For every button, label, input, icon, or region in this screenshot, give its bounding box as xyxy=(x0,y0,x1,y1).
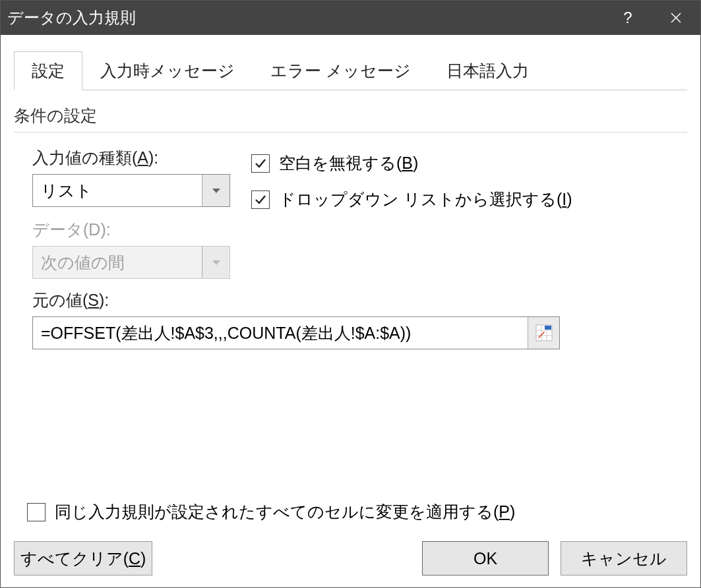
allow-dropdown-button[interactable] xyxy=(202,175,229,206)
close-icon xyxy=(670,12,682,24)
data-value: 次の値の間 xyxy=(33,247,202,278)
help-button[interactable]: ? xyxy=(605,1,651,35)
allow-value: リスト xyxy=(33,175,202,206)
ok-label: OK xyxy=(473,549,497,568)
apply-all-row[interactable]: 同じ入力規則が設定されたすべてのセルに変更を適用する(P) xyxy=(27,501,687,523)
svg-rect-7 xyxy=(545,326,551,330)
titlebar: データの入力規則 ? xyxy=(1,1,700,35)
allow-row: 入力値の種類(A): リスト データ(D): 次の値の間 xyxy=(32,147,687,279)
allow-select[interactable]: リスト xyxy=(32,174,230,207)
button-row: すべてクリア(C) OK キャンセル xyxy=(14,541,687,575)
chevron-down-icon xyxy=(212,260,220,265)
source-label: 元の値(S): xyxy=(32,289,687,311)
clear-all-button[interactable]: すべてクリア(C) xyxy=(14,541,152,575)
dialog-content: 設定 入力時メッセージ エラー メッセージ 日本語入力 条件の設定 入力値の種類… xyxy=(1,35,700,587)
ignore-blank-label: 空白を無視する(B) xyxy=(279,152,418,174)
range-picker-button[interactable] xyxy=(528,317,559,349)
chevron-down-icon xyxy=(212,189,220,193)
tab-label: 日本語入力 xyxy=(446,61,529,80)
tab-label: エラー メッセージ xyxy=(270,61,411,80)
data-select: 次の値の間 xyxy=(32,246,230,279)
tab-error-alert[interactable]: エラー メッセージ xyxy=(253,51,429,90)
checkbox-column: 空白を無視する(B) ドロップダウン リストから選択する(I) xyxy=(251,147,572,210)
tab-bar: 設定 入力時メッセージ エラー メッセージ 日本語入力 xyxy=(14,51,687,90)
ignore-blank-row[interactable]: 空白を無視する(B) xyxy=(251,152,572,174)
tab-ime-mode[interactable]: 日本語入力 xyxy=(429,51,547,90)
allow-label: 入力値の種類(A): xyxy=(32,147,230,169)
source-input-wrap xyxy=(32,316,560,349)
section-title: 条件の設定 xyxy=(14,105,687,132)
spacer xyxy=(14,349,687,501)
apply-all-label: 同じ入力規則が設定されたすべてのセルに変更を適用する(P) xyxy=(55,501,515,523)
range-picker-icon xyxy=(535,324,553,341)
close-button[interactable] xyxy=(651,1,700,35)
ignore-blank-checkbox[interactable] xyxy=(251,154,270,173)
tab-settings[interactable]: 設定 xyxy=(14,51,82,90)
validation-section: 条件の設定 入力値の種類(A): リスト データ(D): xyxy=(14,90,687,349)
cancel-label: キャンセル xyxy=(581,548,667,570)
apply-all-checkbox[interactable] xyxy=(27,503,46,521)
in-cell-dropdown-checkbox[interactable] xyxy=(251,191,270,209)
source-group: 元の値(S): xyxy=(32,289,687,349)
source-input[interactable] xyxy=(33,317,528,349)
cancel-button[interactable]: キャンセル xyxy=(561,541,687,575)
check-icon xyxy=(254,157,267,170)
clear-all-label: すべてクリア(C) xyxy=(20,548,146,570)
in-cell-dropdown-label: ドロップダウン リストから選択する(I) xyxy=(279,189,572,210)
tab-input-message[interactable]: 入力時メッセージ xyxy=(82,51,253,90)
ok-button[interactable]: OK xyxy=(422,541,549,575)
tab-label: 入力時メッセージ xyxy=(100,61,235,80)
data-label: データ(D): xyxy=(32,219,230,241)
dialog-window: データの入力規則 ? 設定 入力時メッセージ エラー メッセージ 日本語入力 条… xyxy=(0,0,701,588)
data-dropdown-button xyxy=(202,247,229,278)
tab-label: 設定 xyxy=(32,61,65,80)
allow-group: 入力値の種類(A): リスト データ(D): 次の値の間 xyxy=(32,147,230,279)
check-icon xyxy=(254,193,267,206)
in-cell-dropdown-row[interactable]: ドロップダウン リストから選択する(I) xyxy=(251,189,572,210)
titlebar-title: データの入力規則 xyxy=(7,7,605,28)
help-icon: ? xyxy=(623,9,632,27)
